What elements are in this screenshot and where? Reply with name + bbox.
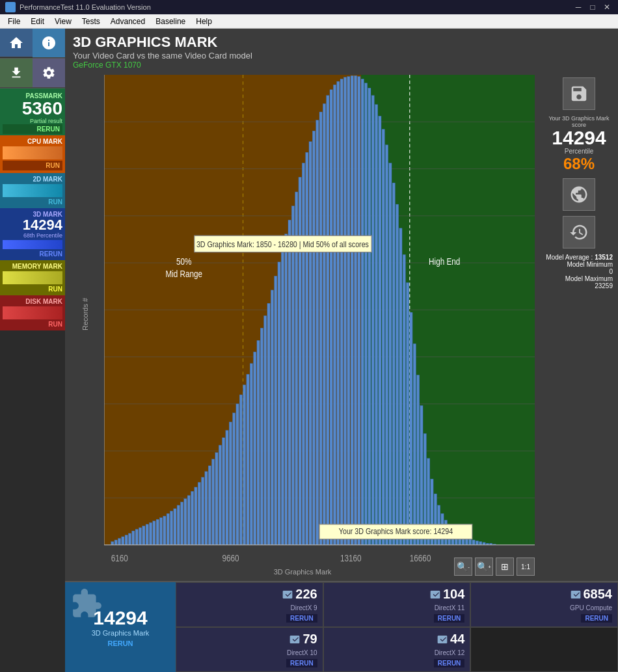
svg-rect-87 xyxy=(368,88,371,544)
svg-rect-30 xyxy=(170,511,172,545)
score-display: Your 3D Graphics Mark score 14294 Percen… xyxy=(545,115,613,173)
memory-label: MEMORY MARK xyxy=(3,263,62,270)
svg-rect-18 xyxy=(128,533,131,545)
svg-rect-57 xyxy=(264,316,267,544)
model-maximum-label: Model Maximum xyxy=(545,275,613,282)
content-area: 3D GRAPHICS MARK Your Video Card vs the … xyxy=(65,29,618,672)
memory-run-button[interactable]: RUN xyxy=(3,286,62,293)
percentile-label: Percentile xyxy=(545,148,613,155)
menu-baseline[interactable]: Baseline xyxy=(150,16,191,27)
empty-cell xyxy=(470,627,618,672)
dx9-rerun-button[interactable]: RERUN xyxy=(286,614,317,623)
menu-file[interactable]: File xyxy=(3,16,25,27)
svg-rect-21 xyxy=(139,528,141,545)
minimize-button[interactable]: ─ xyxy=(572,1,584,13)
threed-score: 14294 xyxy=(3,218,62,232)
svg-rect-32 xyxy=(177,505,180,545)
maximize-button[interactable]: □ xyxy=(587,1,598,13)
export-button[interactable] xyxy=(0,59,33,88)
svg-text:13160: 13160 xyxy=(340,553,362,561)
svg-rect-79 xyxy=(340,79,343,544)
svg-rect-100 xyxy=(413,343,416,544)
svg-rect-73 xyxy=(319,112,322,545)
disk-run-button[interactable]: RUN xyxy=(3,321,62,328)
menu-view[interactable]: View xyxy=(49,16,77,27)
zoom-out-button[interactable]: 🔍- xyxy=(454,558,472,576)
app-icon xyxy=(5,2,16,12)
right-panel: Your 3D Graphics Mark score 14294 Percen… xyxy=(540,72,618,581)
menu-advanced[interactable]: Advanced xyxy=(105,16,150,27)
dx10-rerun-button[interactable]: RERUN xyxy=(286,659,317,667)
svg-rect-70 xyxy=(309,142,312,545)
svg-rect-34 xyxy=(184,499,187,545)
settings-button[interactable] xyxy=(33,59,65,88)
svg-rect-43 xyxy=(215,453,218,545)
sub-score-main-rerun-button[interactable]: RERUN xyxy=(107,639,133,647)
zoom-in-button[interactable]: 🔍+ xyxy=(475,558,493,576)
svg-rect-15 xyxy=(118,539,120,545)
svg-rect-99 xyxy=(410,312,412,545)
memory-section: MEMORY MARK RUN xyxy=(0,260,65,295)
dx12-value: 44 xyxy=(450,632,464,647)
svg-rect-68 xyxy=(302,163,304,545)
zoom-fit-button[interactable]: ⊞ xyxy=(496,558,514,576)
svg-rect-82 xyxy=(351,75,353,544)
svg-rect-88 xyxy=(371,96,374,545)
svg-rect-118 xyxy=(476,541,478,544)
svg-rect-86 xyxy=(364,83,367,545)
passmark-score: 5360 xyxy=(3,100,62,118)
twod-run-button[interactable]: RUN xyxy=(3,198,62,206)
menu-tests[interactable]: Tests xyxy=(77,16,105,27)
passmark-rerun-button[interactable]: RERUN xyxy=(3,124,62,134)
svg-rect-48 xyxy=(233,413,235,545)
dx9-cell: 226 DirectX 9 RERUN xyxy=(176,582,323,627)
svg-rect-81 xyxy=(347,77,350,545)
svg-rect-52 xyxy=(247,374,249,544)
svg-rect-65 xyxy=(291,206,294,545)
svg-rect-62 xyxy=(281,248,284,544)
svg-rect-26 xyxy=(156,519,159,544)
gpu-compute-rerun-button[interactable]: RERUN xyxy=(581,614,612,623)
home-button[interactable] xyxy=(0,29,33,57)
svg-rect-20 xyxy=(135,530,138,545)
threed-section: 3D MARK 14294 68th Percentile RERUN xyxy=(0,208,65,260)
svg-rect-67 xyxy=(299,177,301,544)
svg-rect-117 xyxy=(472,540,475,545)
svg-rect-75 xyxy=(327,96,329,545)
dx11-rerun-button[interactable]: RERUN xyxy=(434,614,465,623)
svg-rect-28 xyxy=(163,516,166,544)
svg-rect-36 xyxy=(191,491,193,544)
page-subtitle: Your Video Card vs the same Video Card m… xyxy=(73,51,610,60)
svg-rect-47 xyxy=(229,422,232,545)
menu-help[interactable]: Help xyxy=(191,16,217,27)
threed-rerun-button[interactable]: RERUN xyxy=(3,250,62,258)
content-header: 3D GRAPHICS MARK Your Video Card vs the … xyxy=(65,29,618,72)
page-title: 3D GRAPHICS MARK xyxy=(73,34,610,51)
svg-rect-25 xyxy=(153,521,155,545)
dx11-value: 104 xyxy=(443,587,464,602)
globe-icon-button[interactable] xyxy=(563,178,595,211)
menu-edit[interactable]: Edit xyxy=(25,16,49,27)
close-button[interactable]: ✕ xyxy=(601,1,613,13)
svg-text:16660: 16660 xyxy=(410,553,431,561)
svg-rect-59 xyxy=(271,290,273,545)
history-icon-button[interactable] xyxy=(563,216,595,249)
info-button[interactable] xyxy=(33,29,65,58)
disk-section: DISK MARK RUN xyxy=(0,295,65,330)
svg-rect-101 xyxy=(416,375,419,544)
dx11-cell: 104 DirectX 11 RERUN xyxy=(323,582,471,627)
model-stats: Model Average : 13512 Model Minimum 0 Mo… xyxy=(545,254,613,289)
disk-icon-button[interactable] xyxy=(563,77,595,110)
model-minimum-label: Model Minimum xyxy=(545,261,613,268)
disk-label: DISK MARK xyxy=(3,298,62,305)
model-maximum-value: 23259 xyxy=(545,282,613,289)
dx9-label: DirectX 9 xyxy=(291,604,317,612)
svg-rect-40 xyxy=(205,472,208,545)
svg-rect-38 xyxy=(198,482,200,544)
cpu-run-button[interactable]: RUN xyxy=(3,161,62,170)
svg-text:50%: 50% xyxy=(176,256,191,267)
svg-rect-39 xyxy=(201,477,204,545)
zoom-reset-button[interactable]: 1:1 xyxy=(517,558,535,576)
svg-rect-76 xyxy=(330,90,332,545)
dx12-rerun-button[interactable]: RERUN xyxy=(434,659,465,667)
